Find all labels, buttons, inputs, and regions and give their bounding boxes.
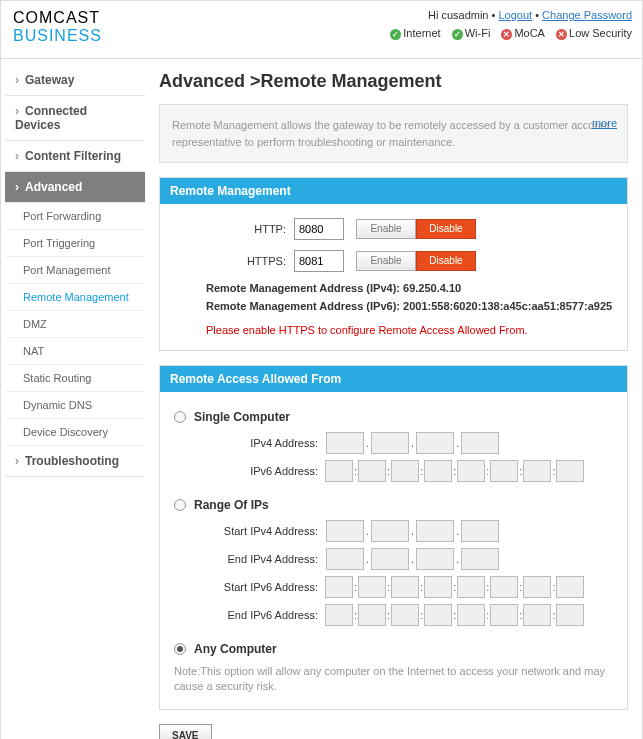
x-icon: ✕ [556,29,567,40]
check-icon: ✓ [390,29,401,40]
http-label: HTTP: [174,223,294,235]
ipv4-octet[interactable] [326,548,364,570]
radio-range-ips[interactable]: Range Of IPs [174,498,613,512]
logout-link[interactable]: Logout [498,9,532,21]
ipv6-hextet[interactable] [523,604,551,626]
ipv6-hextet[interactable] [391,460,419,482]
radio-label: Any Computer [194,642,277,656]
ipv4-octet[interactable] [416,548,454,570]
more-link[interactable]: more [592,115,617,132]
header: COMCAST BUSINESS Hi cusadmin • Logout • … [1,1,642,59]
radio-single-computer[interactable]: Single Computer [174,410,613,424]
ipv6-hextet[interactable] [490,460,518,482]
ipv4-octet[interactable] [461,520,499,542]
nav-advanced[interactable]: Advanced [5,172,145,203]
ipv6-hextet[interactable] [457,604,485,626]
nav-gateway[interactable]: Gateway [5,65,145,96]
ipv6-hextet[interactable] [325,604,353,626]
ipv4-octet[interactable] [371,548,409,570]
ipv4-octet[interactable] [326,432,364,454]
ipv4-octet[interactable] [461,548,499,570]
nav-connected-devices[interactable]: Connected Devices [5,96,145,141]
nav-port-management[interactable]: Port Management [5,257,145,284]
ipv6-hextet[interactable] [457,460,485,482]
status-moca: ✕MoCA [501,27,545,40]
radio-label: Range Of IPs [194,498,269,512]
ipv6-address-line: Remote Management Address (IPv6): 2001:5… [206,300,613,312]
ipv4-octet[interactable] [326,520,364,542]
ipv6-address-label: IPv6 Address: [174,465,324,477]
status-label: Wi-Fi [465,27,491,39]
x-icon: ✕ [501,29,512,40]
status-label: MoCA [514,27,545,39]
nav-device-discovery[interactable]: Device Discovery [5,419,145,446]
ipv6-hextet[interactable] [325,576,353,598]
check-icon: ✓ [452,29,463,40]
nav-content-filtering[interactable]: Content Filtering [5,141,145,172]
ipv6-hextet[interactable] [523,460,551,482]
nav-port-triggering[interactable]: Port Triggering [5,230,145,257]
radio-icon [174,499,186,511]
ipv4-octet[interactable] [416,432,454,454]
https-enable-button[interactable]: Enable [356,251,416,271]
ipv4-address-line: Remote Management Address (IPv4): 69.250… [206,282,613,294]
https-label: HTTPS: [174,255,294,267]
save-button[interactable]: SAVE [159,724,212,739]
radio-any-computer[interactable]: Any Computer [174,642,613,656]
remote-management-section: Remote Management HTTP: EnableDisable HT… [159,177,628,351]
radio-label: Single Computer [194,410,290,424]
https-port-input[interactable] [294,250,344,272]
ipv6-hextet[interactable] [358,604,386,626]
https-disable-button[interactable]: Disable [416,251,476,271]
ipv6-hextet[interactable] [391,604,419,626]
user-row: Hi cusadmin • Logout • Change Password [428,9,632,21]
sep: • [492,9,496,21]
nav-remote-management[interactable]: Remote Management [5,284,145,311]
ipv4-octet[interactable] [416,520,454,542]
ipv6-hextet[interactable] [490,576,518,598]
ipv6-hextet[interactable] [424,460,452,482]
ipv6-hextet[interactable] [424,604,452,626]
ipv6-hextet[interactable] [358,576,386,598]
ipv6-hextet[interactable] [556,576,584,598]
status-wifi: ✓Wi-Fi [452,27,491,40]
status-security: ✕Low Security [556,27,632,40]
section-heading: Remote Access Allowed From [160,366,627,392]
brand-line2: BUSINESS [13,27,102,45]
ipv6-hextet[interactable] [523,576,551,598]
http-disable-button[interactable]: Disable [416,219,476,239]
start-ipv4-label: Start IPv4 Address: [174,525,324,537]
ipv6-hextet[interactable] [325,460,353,482]
ipv4-octet[interactable] [371,432,409,454]
brand-logo: COMCAST BUSINESS [13,9,102,45]
ipv6-hextet[interactable] [556,460,584,482]
radio-icon [174,643,186,655]
ipv4-octet[interactable] [371,520,409,542]
ipv6-hextet[interactable] [391,576,419,598]
brand-line1: COMCAST [13,9,102,27]
nav-dynamic-dns[interactable]: Dynamic DNS [5,392,145,419]
start-ipv6-label: Start IPv6 Address: [174,581,324,593]
end-ipv4-label: End IPv4 Address: [174,553,324,565]
http-port-input[interactable] [294,218,344,240]
nav-port-forwarding[interactable]: Port Forwarding [5,203,145,230]
https-warning: Please enable HTTPS to configure Remote … [206,324,613,336]
ipv6-hextet[interactable] [556,604,584,626]
sep: • [535,9,539,21]
nav-nat[interactable]: NAT [5,338,145,365]
http-enable-button[interactable]: Enable [356,219,416,239]
ipv6-hextet[interactable] [490,604,518,626]
greeting: Hi cusadmin [428,9,489,21]
ipv6-hextet[interactable] [457,576,485,598]
change-password-link[interactable]: Change Password [542,9,632,21]
nav-static-routing[interactable]: Static Routing [5,365,145,392]
ipv6-hextet[interactable] [358,460,386,482]
end-ipv6-label: End IPv6 Address: [174,609,324,621]
ipv6-hextet[interactable] [424,576,452,598]
content: Advanced >Remote Management Remote Manag… [149,59,642,739]
nav-troubleshooting[interactable]: Troubleshooting [5,446,145,477]
sidebar: Gateway Connected Devices Content Filter… [1,59,149,739]
any-computer-note: Note:This option will allow any computer… [174,664,613,695]
nav-dmz[interactable]: DMZ [5,311,145,338]
ipv4-octet[interactable] [461,432,499,454]
